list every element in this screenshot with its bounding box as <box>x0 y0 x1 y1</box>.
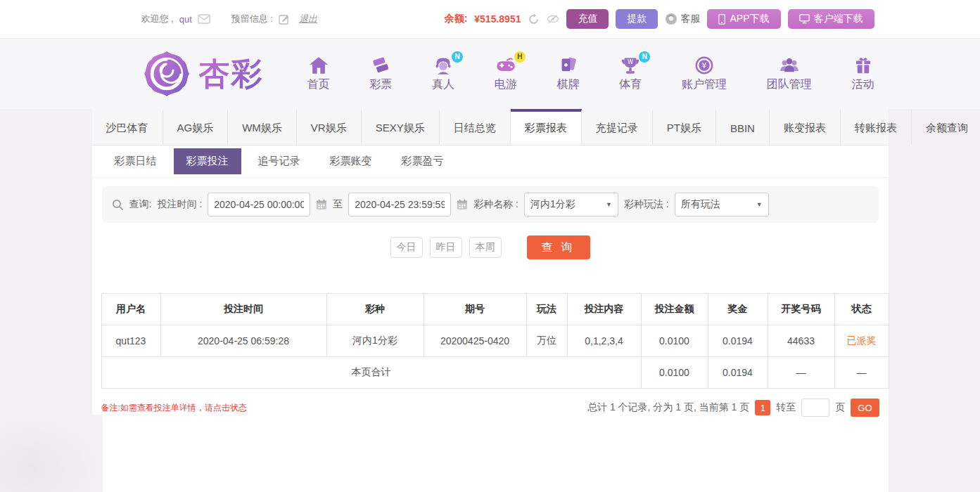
tab-lottery-report[interactable]: 彩票报表 <box>511 109 582 145</box>
subtab-chase-record[interactable]: 追号记录 <box>246 148 313 174</box>
subtab-lottery-account-change[interactable]: 彩票账变 <box>317 148 385 174</box>
summary-label: 本页合计 <box>101 357 641 389</box>
customer-service[interactable]: 客服 <box>665 13 700 25</box>
username: qut <box>179 14 192 25</box>
tab-label: SEXY娱乐 <box>376 122 425 135</box>
tab-pt[interactable]: PT娱乐 <box>653 109 716 145</box>
tab-ag[interactable]: AG娱乐 <box>163 109 229 145</box>
nav-item-sports[interactable]: N W 体育 <box>619 56 642 92</box>
cell-bet-amount: 0.0100 <box>641 325 708 357</box>
tab-label: 沙巴体育 <box>106 122 148 135</box>
nav-item-egames[interactable]: H 电游 <box>495 56 517 92</box>
cards-icon <box>559 56 578 75</box>
tab-account-change-report[interactable]: 账变报表 <box>770 109 841 145</box>
mail-icon[interactable] <box>198 14 210 24</box>
withdraw-button[interactable]: 提款 <box>616 9 658 29</box>
this-week-button[interactable]: 本周 <box>469 237 502 258</box>
cell-issue: 20200425-0420 <box>424 325 526 357</box>
nav-label: 活动 <box>852 77 874 92</box>
logout-link[interactable]: 退出 <box>299 13 317 25</box>
calendar-icon[interactable] <box>457 199 468 210</box>
tab-sexy[interactable]: SEXY娱乐 <box>362 109 440 145</box>
chevron-down-icon: ▼ <box>756 201 763 208</box>
hide-balance-icon[interactable] <box>547 14 559 24</box>
play-type-value: 所有玩法 <box>681 198 720 211</box>
home-icon <box>308 56 329 75</box>
tab-label: WM娱乐 <box>242 122 282 135</box>
status-link[interactable]: 已派奖 <box>847 335 877 346</box>
client-download-button[interactable]: 客户端下载 <box>788 9 874 29</box>
time-from-input[interactable] <box>208 193 310 216</box>
topbar: 欢迎您 , qut 预留信息 : 退出 余额: ¥515.8951 充值 提款 <box>0 0 980 39</box>
nav-item-team[interactable]: 团队管理 <box>767 56 812 92</box>
recharge-button[interactable]: 充值 <box>566 9 609 29</box>
query-button[interactable]: 查 询 <box>527 235 590 259</box>
cell-username: qut123 <box>101 325 160 357</box>
tab-wm[interactable]: WM娱乐 <box>228 109 297 145</box>
site-logo[interactable]: 杏彩 <box>141 48 264 99</box>
trophy-icon: W <box>621 56 640 75</box>
app-download-button[interactable]: APP下载 <box>707 9 780 29</box>
header-band: 杏彩 首页 彩票 N 真人 H 电游 棋牌 <box>0 39 980 109</box>
time-to-input[interactable] <box>348 193 451 216</box>
refresh-icon[interactable] <box>528 13 540 25</box>
nav-item-home[interactable]: 首页 <box>307 56 330 92</box>
summary-bet-amount: 0.0100 <box>641 357 708 389</box>
play-type-select[interactable]: 所有玩法 ▼ <box>675 193 769 216</box>
goto-page-input[interactable] <box>801 399 829 417</box>
background-watermark <box>0 415 103 492</box>
gift-icon <box>854 56 872 75</box>
subtab-lottery-bets[interactable]: 彩票投注 <box>174 148 241 174</box>
to-label: 至 <box>333 198 343 211</box>
play-type-label: 彩种玩法 : <box>624 198 669 211</box>
tab-label: 充提记录 <box>596 122 638 135</box>
tab-label: AG娱乐 <box>177 122 214 135</box>
col-issue: 期号 <box>424 294 526 325</box>
app-download-label: APP下载 <box>730 13 769 25</box>
tab-vr[interactable]: VR娱乐 <box>297 109 362 145</box>
yesterday-button[interactable]: 昨日 <box>430 237 462 258</box>
goto-label: 转至 <box>776 401 796 414</box>
cell-bet-content: 0,1,2,3,4 <box>567 325 641 357</box>
page-1-button[interactable]: 1 <box>755 400 770 415</box>
lottery-subtabs: 彩票日结 彩票投注 追号记录 彩票账变 彩票盈亏 <box>92 145 889 178</box>
tab-label: 余额查询 <box>926 122 968 135</box>
note-text: 备注:如需查看投注单详情，请点击状态 <box>101 402 247 414</box>
go-button[interactable]: GO <box>851 399 879 417</box>
tab-bbin[interactable]: BBIN <box>716 109 770 145</box>
col-username: 用户名 <box>101 294 160 325</box>
cell-bet-time: 2020-04-25 06:59:28 <box>160 325 326 357</box>
pagination-summary: 总计 1 个记录, 分为 1 页, 当前第 1 页 <box>587 401 749 414</box>
today-button[interactable]: 今日 <box>390 237 423 258</box>
table-header-row: 用户名 投注时间 彩种 期号 玩法 投注内容 投注金额 奖金 开奖号码 状态 <box>101 294 889 325</box>
col-draw-number: 开奖号码 <box>768 294 834 325</box>
gamepad-icon <box>495 56 516 75</box>
tab-label: 彩票报表 <box>525 122 567 135</box>
logo-text: 杏彩 <box>199 53 264 95</box>
service-label: 客服 <box>680 13 700 25</box>
nav-item-account[interactable]: ¥ 账户管理 <box>682 56 727 92</box>
nav-item-activity[interactable]: 活动 <box>852 56 874 92</box>
nav-label: 账户管理 <box>682 77 727 92</box>
bets-table: 用户名 投注时间 彩种 期号 玩法 投注内容 投注金额 奖金 开奖号码 状态 q… <box>101 293 889 389</box>
tab-transfer-report[interactable]: 转账报表 <box>841 109 912 145</box>
lottery-name-select[interactable]: 河内1分彩 ▼ <box>524 193 618 216</box>
edit-icon[interactable] <box>279 14 289 25</box>
tab-deposit-withdraw-record[interactable]: 充提记录 <box>582 109 653 145</box>
calendar-icon[interactable] <box>316 199 327 210</box>
tab-shaba-sports[interactable]: 沙巴体育 <box>92 109 163 145</box>
cell-play: 万位 <box>526 325 567 357</box>
col-bet-content: 投注内容 <box>567 294 641 325</box>
subtab-lottery-daily[interactable]: 彩票日结 <box>102 148 170 174</box>
tab-balance-query[interactable]: 余额查询 <box>912 109 980 145</box>
nav-item-live[interactable]: N 真人 <box>432 56 454 92</box>
col-bet-time: 投注时间 <box>160 294 326 325</box>
cell-prize: 0.0194 <box>708 325 768 357</box>
coin-icon: ¥ <box>695 56 713 75</box>
tab-daily-overview[interactable]: 日结总览 <box>440 109 511 145</box>
summary-draw-number: — <box>768 357 834 389</box>
client-download-label: 客户端下载 <box>814 13 863 25</box>
nav-item-cards[interactable]: 棋牌 <box>557 56 580 92</box>
subtab-lottery-profit-loss[interactable]: 彩票盈亏 <box>389 148 457 174</box>
nav-item-lottery[interactable]: 彩票 <box>369 56 392 92</box>
